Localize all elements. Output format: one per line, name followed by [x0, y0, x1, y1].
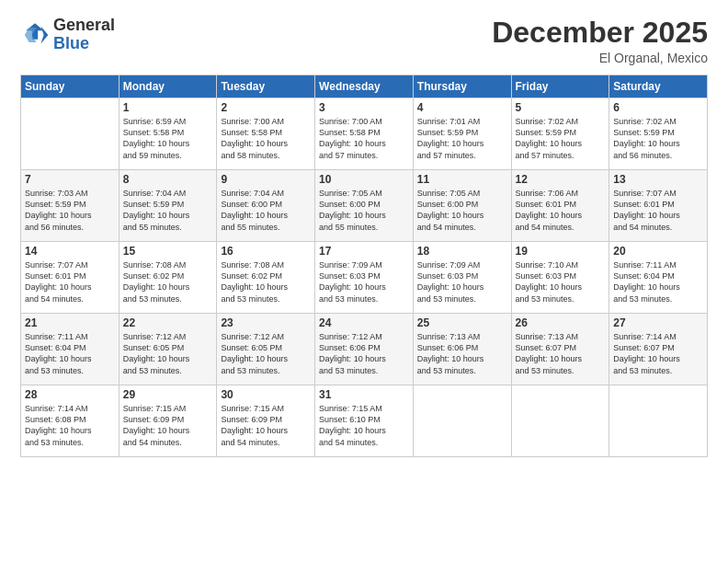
day-cell: 26Sunrise: 7:13 AM Sunset: 6:07 PM Dayli… [511, 314, 609, 385]
day-number: 22 [123, 316, 213, 329]
week-row-4: 21Sunrise: 7:11 AM Sunset: 6:04 PM Dayli… [21, 314, 708, 385]
week-row-5: 28Sunrise: 7:14 AM Sunset: 6:08 PM Dayli… [21, 385, 708, 457]
day-cell: 6Sunrise: 7:02 AM Sunset: 5:59 PM Daylig… [609, 98, 708, 170]
day-cell: 8Sunrise: 7:04 AM Sunset: 5:59 PM Daylig… [119, 170, 217, 242]
day-number: 23 [221, 316, 311, 329]
day-number: 25 [417, 316, 507, 329]
day-cell: 27Sunrise: 7:14 AM Sunset: 6:07 PM Dayli… [609, 314, 708, 385]
day-number: 6 [613, 101, 703, 114]
cell-info: Sunrise: 7:08 AM Sunset: 6:02 PM Dayligh… [123, 259, 213, 304]
header-row: SundayMondayTuesdayWednesdayThursdayFrid… [21, 75, 708, 98]
column-header-saturday: Saturday [609, 75, 708, 98]
calendar-table: SundayMondayTuesdayWednesdayThursdayFrid… [20, 75, 708, 457]
cell-info: Sunrise: 6:59 AM Sunset: 5:58 PM Dayligh… [123, 116, 213, 161]
column-header-monday: Monday [119, 75, 217, 98]
day-number: 29 [123, 388, 213, 401]
cell-info: Sunrise: 7:14 AM Sunset: 6:08 PM Dayligh… [25, 403, 115, 448]
cell-info: Sunrise: 7:04 AM Sunset: 5:59 PM Dayligh… [123, 188, 213, 233]
week-row-2: 7Sunrise: 7:03 AM Sunset: 5:59 PM Daylig… [21, 170, 708, 242]
day-cell: 22Sunrise: 7:12 AM Sunset: 6:05 PM Dayli… [119, 314, 217, 385]
logo-text: General Blue [53, 17, 115, 53]
cell-info: Sunrise: 7:13 AM Sunset: 6:07 PM Dayligh… [516, 331, 606, 376]
cell-info: Sunrise: 7:02 AM Sunset: 5:59 PM Dayligh… [516, 116, 606, 161]
column-header-sunday: Sunday [21, 75, 119, 98]
cell-info: Sunrise: 7:03 AM Sunset: 5:59 PM Dayligh… [25, 188, 115, 233]
day-number: 31 [319, 388, 409, 401]
day-number: 10 [319, 173, 409, 186]
cell-info: Sunrise: 7:07 AM Sunset: 6:01 PM Dayligh… [613, 188, 703, 233]
day-cell: 2Sunrise: 7:00 AM Sunset: 5:58 PM Daylig… [217, 98, 315, 170]
day-cell: 16Sunrise: 7:08 AM Sunset: 6:02 PM Dayli… [217, 242, 315, 314]
day-number: 8 [123, 173, 213, 186]
day-number: 15 [123, 245, 213, 258]
day-cell: 1Sunrise: 6:59 AM Sunset: 5:58 PM Daylig… [119, 98, 217, 170]
cell-info: Sunrise: 7:09 AM Sunset: 6:03 PM Dayligh… [417, 259, 507, 304]
day-cell: 31Sunrise: 7:15 AM Sunset: 6:10 PM Dayli… [315, 385, 414, 457]
day-cell: 29Sunrise: 7:15 AM Sunset: 6:09 PM Dayli… [119, 385, 217, 457]
logo-icon [20, 20, 50, 50]
cell-info: Sunrise: 7:09 AM Sunset: 6:03 PM Dayligh… [319, 259, 409, 304]
day-cell: 23Sunrise: 7:12 AM Sunset: 6:05 PM Dayli… [217, 314, 315, 385]
day-number: 18 [417, 245, 507, 258]
cell-info: Sunrise: 7:06 AM Sunset: 6:01 PM Dayligh… [516, 188, 606, 233]
day-number: 26 [516, 316, 606, 329]
day-number: 9 [221, 173, 311, 186]
cell-info: Sunrise: 7:12 AM Sunset: 6:06 PM Dayligh… [319, 331, 409, 376]
day-cell: 4Sunrise: 7:01 AM Sunset: 5:59 PM Daylig… [413, 98, 511, 170]
day-cell: 14Sunrise: 7:07 AM Sunset: 6:01 PM Dayli… [21, 242, 119, 314]
day-number: 7 [25, 173, 115, 186]
header: General Blue December 2025 El Organal, M… [20, 17, 708, 65]
logo: General Blue [20, 17, 115, 53]
cell-info: Sunrise: 7:04 AM Sunset: 6:00 PM Dayligh… [221, 188, 311, 233]
day-number: 12 [516, 173, 606, 186]
day-number: 20 [613, 245, 703, 258]
day-number: 21 [25, 316, 115, 329]
cell-info: Sunrise: 7:11 AM Sunset: 6:04 PM Dayligh… [613, 259, 703, 304]
day-cell: 12Sunrise: 7:06 AM Sunset: 6:01 PM Dayli… [511, 170, 609, 242]
cell-info: Sunrise: 7:15 AM Sunset: 6:09 PM Dayligh… [123, 403, 213, 448]
cell-info: Sunrise: 7:15 AM Sunset: 6:09 PM Dayligh… [221, 403, 311, 448]
cell-info: Sunrise: 7:13 AM Sunset: 6:06 PM Dayligh… [417, 331, 507, 376]
cell-info: Sunrise: 7:00 AM Sunset: 5:58 PM Dayligh… [319, 116, 409, 161]
day-cell: 19Sunrise: 7:10 AM Sunset: 6:03 PM Dayli… [511, 242, 609, 314]
column-header-wednesday: Wednesday [315, 75, 414, 98]
cell-info: Sunrise: 7:12 AM Sunset: 6:05 PM Dayligh… [221, 331, 311, 376]
day-number: 30 [221, 388, 311, 401]
day-cell: 25Sunrise: 7:13 AM Sunset: 6:06 PM Dayli… [413, 314, 511, 385]
cell-info: Sunrise: 7:05 AM Sunset: 6:00 PM Dayligh… [417, 188, 507, 233]
day-cell: 3Sunrise: 7:00 AM Sunset: 5:58 PM Daylig… [315, 98, 414, 170]
week-row-1: 1Sunrise: 6:59 AM Sunset: 5:58 PM Daylig… [21, 98, 708, 170]
cell-info: Sunrise: 7:08 AM Sunset: 6:02 PM Dayligh… [221, 259, 311, 304]
day-cell: 7Sunrise: 7:03 AM Sunset: 5:59 PM Daylig… [21, 170, 119, 242]
day-cell [511, 385, 609, 457]
cell-info: Sunrise: 7:10 AM Sunset: 6:03 PM Dayligh… [516, 259, 606, 304]
page: General Blue December 2025 El Organal, M… [0, 0, 728, 563]
day-number: 3 [319, 101, 409, 114]
cell-info: Sunrise: 7:14 AM Sunset: 6:07 PM Dayligh… [613, 331, 703, 376]
day-number: 4 [417, 101, 507, 114]
day-number: 5 [516, 101, 606, 114]
day-cell [609, 385, 708, 457]
cell-info: Sunrise: 7:12 AM Sunset: 6:05 PM Dayligh… [123, 331, 213, 376]
week-row-3: 14Sunrise: 7:07 AM Sunset: 6:01 PM Dayli… [21, 242, 708, 314]
day-cell: 24Sunrise: 7:12 AM Sunset: 6:06 PM Dayli… [315, 314, 414, 385]
day-number: 13 [613, 173, 703, 186]
day-number: 11 [417, 173, 507, 186]
day-number: 28 [25, 388, 115, 401]
day-number: 16 [221, 245, 311, 258]
column-header-friday: Friday [511, 75, 609, 98]
day-number: 24 [319, 316, 409, 329]
cell-info: Sunrise: 7:11 AM Sunset: 6:04 PM Dayligh… [25, 331, 115, 376]
day-number: 2 [221, 101, 311, 114]
day-number: 19 [516, 245, 606, 258]
day-cell [413, 385, 511, 457]
day-number: 27 [613, 316, 703, 329]
day-cell: 20Sunrise: 7:11 AM Sunset: 6:04 PM Dayli… [609, 242, 708, 314]
day-number: 1 [123, 101, 213, 114]
svg-marker-0 [40, 26, 48, 43]
day-number: 14 [25, 245, 115, 258]
day-cell: 10Sunrise: 7:05 AM Sunset: 6:00 PM Dayli… [315, 170, 414, 242]
cell-info: Sunrise: 7:01 AM Sunset: 5:59 PM Dayligh… [417, 116, 507, 161]
day-cell: 5Sunrise: 7:02 AM Sunset: 5:59 PM Daylig… [511, 98, 609, 170]
cell-info: Sunrise: 7:05 AM Sunset: 6:00 PM Dayligh… [319, 188, 409, 233]
